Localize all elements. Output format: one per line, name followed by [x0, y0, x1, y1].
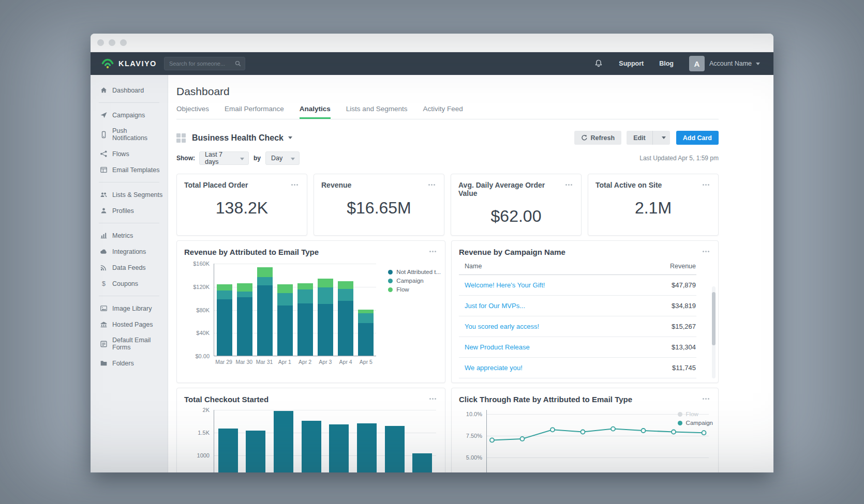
sidebar-item-push-notifications[interactable]: Push Notifications	[91, 123, 168, 146]
x-tick-label: Apr 4	[336, 359, 356, 365]
stacked-bar[interactable]	[297, 283, 313, 356]
ctr-line-series[interactable]	[487, 410, 709, 472]
chevron-down-icon[interactable]	[288, 136, 292, 139]
sidebar-item-flows[interactable]: Flows	[91, 146, 168, 162]
bar[interactable]	[302, 421, 321, 472]
data-point[interactable]	[611, 427, 615, 431]
sidebar-item-data-feeds[interactable]: Data Feeds	[91, 259, 168, 276]
legend-item-flow[interactable]: Flow	[678, 411, 713, 417]
more-menu-icon[interactable]	[701, 395, 711, 402]
send-icon	[99, 111, 108, 119]
sidebar-item-hosted-pages[interactable]: Hosted Pages	[91, 316, 168, 332]
sidebar-item-coupons[interactable]: $Coupons	[91, 276, 168, 292]
sidebar-item-default-email-forms[interactable]: Default Email Forms	[91, 332, 168, 355]
bar[interactable]	[329, 424, 349, 472]
stacked-bar[interactable]	[358, 310, 374, 356]
more-menu-icon[interactable]	[427, 395, 438, 402]
more-menu-icon[interactable]	[701, 248, 711, 255]
top-nav: KLAVIYO Support Blog A Account Name	[91, 52, 773, 75]
sidebar-item-label: Dashboard	[112, 87, 144, 94]
data-point[interactable]	[550, 427, 555, 432]
refresh-button[interactable]: Refresh	[574, 131, 622, 145]
granularity-select[interactable]: Day	[265, 151, 300, 165]
window-control-icon[interactable]	[109, 39, 115, 46]
notifications-bell-icon[interactable]	[594, 59, 603, 68]
support-link[interactable]: Support	[619, 60, 644, 67]
data-point[interactable]	[702, 431, 706, 435]
stacked-bar[interactable]	[237, 283, 252, 356]
stacked-bar[interactable]	[217, 284, 232, 356]
rss-icon	[99, 264, 108, 271]
tab-email-performance[interactable]: Email Performance	[225, 105, 284, 119]
sidebar-divider	[99, 296, 159, 296]
table-title: Revenue by Campaign Name	[459, 248, 565, 256]
campaign-link[interactable]: We appreciate you!	[465, 364, 523, 372]
bar[interactable]	[218, 429, 238, 472]
column-header-revenue[interactable]: Revenue	[670, 263, 696, 270]
sidebar-item-integrations[interactable]: Integrations	[91, 243, 168, 259]
more-menu-icon[interactable]	[426, 181, 437, 188]
data-point[interactable]	[642, 429, 646, 433]
chevron-down-icon	[291, 158, 295, 160]
legend-dot-icon	[388, 279, 393, 283]
edit-button[interactable]: Edit	[627, 131, 652, 145]
tab-objectives[interactable]: Objectives	[176, 105, 209, 119]
klaviyo-mark-icon	[101, 58, 114, 69]
legend-item-campaign[interactable]: Campaign	[678, 420, 713, 426]
more-menu-icon[interactable]	[701, 181, 711, 188]
dollar-icon: $	[99, 280, 108, 287]
edit-dropdown-button[interactable]	[652, 131, 670, 145]
bar[interactable]	[274, 411, 293, 472]
tab-analytics[interactable]: Analytics	[300, 105, 331, 119]
bar[interactable]	[385, 426, 405, 472]
legend-item-campaign[interactable]: Campaign	[388, 278, 441, 284]
stacked-bar[interactable]	[338, 281, 353, 356]
sidebar-item-folders[interactable]: Folders	[91, 355, 168, 371]
data-point[interactable]	[520, 437, 525, 441]
revenue-by-campaign-card: Revenue by Campaign Name Name Revenue We…	[451, 240, 719, 383]
date-range-select[interactable]: Last 7 days	[199, 151, 249, 165]
stacked-bar[interactable]	[257, 267, 273, 356]
klaviyo-logo[interactable]: KLAVIYO	[101, 58, 157, 69]
tab-lists-and-segments[interactable]: Lists and Segments	[346, 105, 408, 119]
sidebar-item-image-library[interactable]: Image Library	[91, 300, 168, 316]
bar[interactable]	[357, 423, 377, 472]
bar[interactable]	[246, 431, 265, 472]
sidebar-item-profiles[interactable]: Profiles	[91, 203, 168, 219]
sidebar-item-lists-segments[interactable]: Lists & Segments	[91, 187, 168, 203]
data-point[interactable]	[490, 438, 494, 442]
chevron-down-icon	[756, 63, 760, 65]
campaign-link[interactable]: Just for Our MVPs...	[465, 302, 525, 310]
stat-card-total-active-on-site: Total Active on Site2.1M	[588, 174, 719, 236]
search-input[interactable]	[164, 57, 245, 70]
blog-link[interactable]: Blog	[659, 60, 674, 67]
stacked-bar[interactable]	[318, 279, 333, 356]
avatar[interactable]: A	[689, 56, 705, 71]
stacked-bar[interactable]	[277, 284, 293, 356]
add-card-button[interactable]: Add Card	[676, 131, 719, 145]
legend-item-flow[interactable]: Flow	[388, 286, 441, 293]
scrollbar-thumb[interactable]	[712, 292, 716, 345]
sidebar-item-dashboard[interactable]: Dashboard	[91, 82, 168, 98]
bar[interactable]	[412, 453, 432, 472]
column-header-name[interactable]: Name	[465, 263, 482, 270]
campaign-link[interactable]: New Product Release	[465, 343, 530, 351]
more-menu-icon[interactable]	[427, 248, 438, 255]
tab-activity-feed[interactable]: Activity Feed	[423, 105, 463, 119]
template-icon	[99, 166, 108, 174]
sidebar-item-campaigns[interactable]: Campaigns	[91, 107, 168, 123]
data-point[interactable]	[672, 430, 676, 434]
campaign-link[interactable]: Welcome! Here's Your Gift!	[465, 281, 545, 289]
board-title[interactable]: Business Health Check	[192, 133, 284, 143]
window-control-icon[interactable]	[120, 39, 127, 46]
campaign-link[interactable]: You scored early access!	[465, 323, 539, 330]
legend-item-not-attributed-t[interactable]: Not Attributed t...	[388, 269, 441, 275]
granularity-value: Day	[271, 155, 282, 162]
sidebar-item-metrics[interactable]: Metrics	[91, 227, 168, 243]
sidebar-item-email-templates[interactable]: Email Templates	[91, 162, 168, 178]
window-control-icon[interactable]	[97, 39, 104, 46]
account-name[interactable]: Account Name	[709, 60, 752, 67]
data-point[interactable]	[581, 430, 585, 434]
more-menu-icon[interactable]	[289, 181, 300, 188]
more-menu-icon[interactable]	[563, 181, 574, 188]
